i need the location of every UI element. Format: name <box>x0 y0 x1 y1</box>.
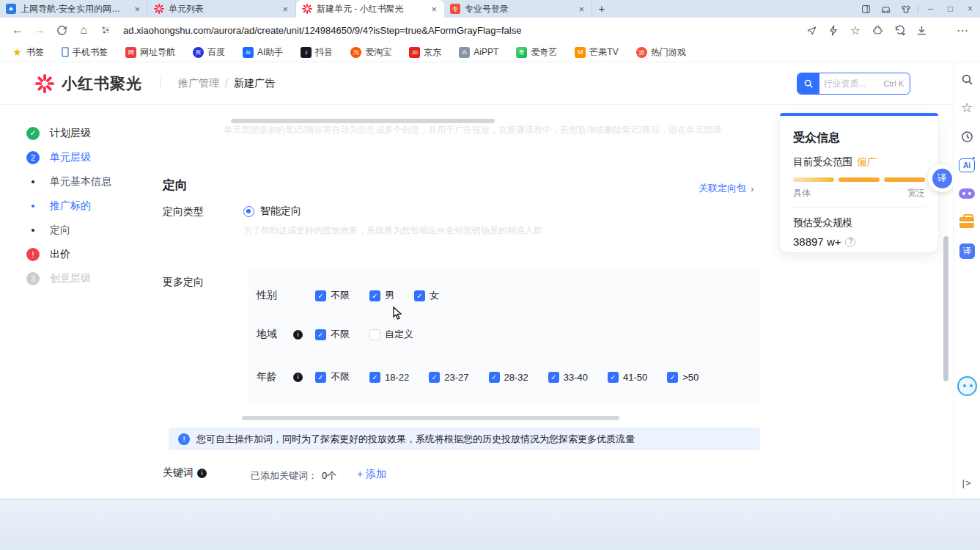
workspace-icon[interactable] <box>959 214 975 230</box>
step-plan-level[interactable]: ✓计划层级 <box>26 121 150 145</box>
search-input[interactable] <box>819 73 884 94</box>
search-icon[interactable] <box>959 71 975 87</box>
new-tab-button[interactable]: + <box>592 0 611 18</box>
translate-icon[interactable]: 译 <box>932 169 952 188</box>
checkbox-checked-icon[interactable] <box>489 372 500 383</box>
tab-new-unit-active[interactable]: 新建单元 - 小红书聚光 × <box>296 0 444 18</box>
breadcrumb-section[interactable]: 推广管理 <box>178 77 219 90</box>
checkbox-option[interactable]: 33-40 <box>548 372 588 383</box>
checkbox-option[interactable]: >50 <box>667 372 699 383</box>
extensions-icon[interactable] <box>867 21 888 40</box>
checkbox-option[interactable]: 18-22 <box>369 372 409 383</box>
refresh-icon[interactable] <box>51 21 72 40</box>
horizontal-scrollbar[interactable] <box>231 119 495 123</box>
more-menu-icon[interactable]: ⋯ <box>952 21 973 40</box>
info-icon[interactable] <box>197 469 207 478</box>
bookmark-item[interactable]: 爱淘宝 <box>350 46 391 59</box>
step-bidding[interactable]: !出价 <box>26 242 150 266</box>
step-unit-basic-info[interactable]: 单元基本信息 <box>26 169 150 194</box>
checkbox-checked-icon[interactable] <box>315 290 326 301</box>
header-search[interactable]: Ctrl K <box>797 73 911 95</box>
checkbox-checked-icon[interactable] <box>315 372 326 383</box>
page-scrollbar[interactable] <box>943 236 948 381</box>
checkbox-option[interactable]: 23-27 <box>429 372 468 383</box>
checkbox-checked-icon[interactable] <box>414 290 425 301</box>
step-creative-level[interactable]: 3创意层级 <box>26 266 150 290</box>
maximize-button[interactable]: □ <box>940 0 960 18</box>
checkbox-checked-icon[interactable] <box>548 372 559 383</box>
bookmark-item[interactable]: 百度 <box>193 46 225 59</box>
close-tab-icon[interactable]: × <box>133 4 141 15</box>
checkbox-option[interactable]: 不限 <box>315 370 350 384</box>
bookmark-item[interactable]: 芒果TV <box>575 46 618 59</box>
theme-skin-icon[interactable] <box>896 0 915 18</box>
app-header: 小红书聚光 推广管理 / 新建广告 Ctrl K <box>0 62 953 105</box>
bookmark-item[interactable]: 京东 <box>409 46 441 59</box>
close-tab-icon[interactable]: × <box>281 4 290 15</box>
history-restore-icon[interactable] <box>889 21 910 40</box>
performance-icon[interactable] <box>823 21 844 40</box>
history-clock-icon[interactable] <box>959 128 975 144</box>
ai-panel-icon[interactable]: Ai <box>959 157 975 173</box>
site-info-icon[interactable] <box>95 21 116 40</box>
games-icon[interactable] <box>959 186 975 202</box>
translate-panel-icon[interactable]: 译 <box>959 243 975 259</box>
url-text[interactable]: ad.xiaohongshu.com/aurora/ad/create/unit… <box>117 25 800 36</box>
chat-assistant-icon[interactable] <box>957 376 977 396</box>
bookmark-item[interactable]: 手机书签 <box>62 46 108 59</box>
search-icon[interactable] <box>797 73 819 94</box>
bookmark-item[interactable]: 网址导航 <box>125 46 175 59</box>
checkbox-option[interactable]: 不限 <box>315 289 350 302</box>
share-icon[interactable] <box>801 21 822 40</box>
alert-icon <box>178 433 190 445</box>
info-icon[interactable] <box>293 330 303 340</box>
radio-selected-icon[interactable] <box>243 206 254 217</box>
checkbox-unchecked-icon[interactable] <box>369 329 380 340</box>
close-window-button[interactable]: × <box>960 0 980 18</box>
step-unit-level[interactable]: 2单元层级 <box>26 145 150 169</box>
home-icon[interactable]: ⌂ <box>73 21 94 40</box>
close-tab-icon[interactable]: × <box>577 4 586 15</box>
add-keyword-button[interactable]: + 添加 <box>357 468 386 481</box>
step-promotion-target[interactable]: 推广标的 <box>26 194 150 218</box>
tab-pro-login[interactable]: 专业号登录 × <box>444 0 592 18</box>
checkbox-option[interactable]: 41-50 <box>608 372 647 383</box>
minimize-button[interactable]: – <box>921 0 940 18</box>
associate-targeting-pack-link[interactable]: 关联定向包› <box>699 182 754 195</box>
back-icon[interactable]: ← <box>7 21 28 40</box>
favorite-star-icon[interactable]: ☆ <box>845 21 866 40</box>
checkbox-checked-icon[interactable] <box>429 372 440 383</box>
checkbox-checked-icon[interactable] <box>608 372 619 383</box>
checkbox-checked-icon[interactable] <box>369 372 380 383</box>
car-mode-icon[interactable] <box>876 0 896 18</box>
tab-unit-list[interactable]: 单元列表 × <box>148 0 296 18</box>
checkbox-checked-icon[interactable] <box>369 290 380 301</box>
close-tab-icon[interactable]: × <box>430 4 438 15</box>
bookmark-item[interactable]: 爱奇艺 <box>516 46 557 59</box>
checkbox-option[interactable]: 男 <box>369 289 394 302</box>
bookmark-item[interactable]: 书签 <box>12 46 44 59</box>
checkbox-checked-icon[interactable] <box>315 329 326 340</box>
reading-mode-icon[interactable] <box>856 0 876 18</box>
info-icon[interactable] <box>293 373 303 382</box>
download-icon[interactable] <box>911 21 932 40</box>
horizontal-scrollbar[interactable] <box>242 416 619 420</box>
tab-nav-site[interactable]: 上网导航-安全实用的网址导航 × <box>0 0 148 18</box>
forward-icon[interactable]: → <box>29 21 50 40</box>
checkbox-option[interactable]: 女 <box>414 289 439 302</box>
bookmark-item[interactable]: 抖音 <box>301 46 333 59</box>
translate-floating-badge[interactable]: 译 <box>928 164 956 192</box>
checkbox-option[interactable]: 不限 <box>315 328 350 341</box>
checkbox-option[interactable]: 28-32 <box>489 372 528 383</box>
favorites-star-icon[interactable]: ☆ <box>959 100 975 116</box>
help-icon[interactable]: ? <box>845 237 855 247</box>
checkbox-checked-icon[interactable] <box>667 372 678 383</box>
step-targeting[interactable]: 定向 <box>26 218 150 242</box>
checkbox-option[interactable]: 自定义 <box>369 328 413 341</box>
collapse-sidebar-icon[interactable]: |> <box>962 477 972 488</box>
bookmark-item[interactable]: AiPPT <box>459 47 498 58</box>
bookmark-item[interactable]: AI助手 <box>243 46 283 59</box>
bookmark-item[interactable]: 热门游戏 <box>636 46 686 59</box>
smart-targeting-radio[interactable]: 智能定向 <box>243 205 301 218</box>
taskbar: 搜索 ∧ ∨ 1 26°C ∧ 英 91 <box>0 499 980 550</box>
